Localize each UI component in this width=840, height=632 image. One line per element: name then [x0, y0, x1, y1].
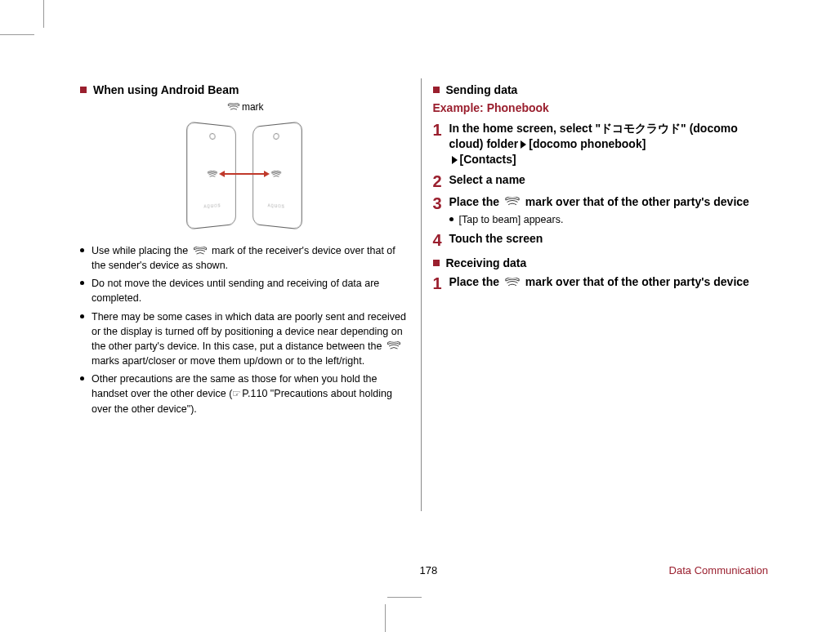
nfc-mark-icon — [227, 103, 240, 112]
nfc-mark-icon — [271, 171, 282, 179]
square-bullet-icon — [80, 87, 87, 93]
receiving-steps: 1 Place the mark over that of the other … — [433, 274, 762, 292]
nfc-mark-icon — [504, 278, 521, 288]
crop-mark — [385, 604, 386, 632]
step-1: 1 In the home screen, select "ドコモクラウド" (… — [433, 121, 762, 167]
nfc-mark-icon — [504, 197, 521, 207]
nfc-mark-icon — [193, 247, 208, 256]
list-item: [Tap to beam] appears. — [449, 213, 749, 227]
section-heading-receiving: Receiving data — [433, 256, 762, 269]
step-number: 3 — [433, 195, 449, 211]
list-item: Other precautions are the same as those … — [80, 372, 409, 416]
nfc-mark-icon — [386, 341, 401, 351]
square-bullet-icon — [433, 260, 440, 266]
precautions-list: Use while placing the mark of the receiv… — [80, 243, 409, 416]
nfc-mark-icon — [208, 171, 218, 179]
section-heading-sending: Sending data — [433, 83, 762, 96]
phone-right: AQUOS — [253, 122, 302, 230]
section-heading-android-beam: When using Android Beam — [80, 83, 409, 96]
phones-illustration: AQUOS AQUOS — [179, 114, 310, 237]
square-bullet-icon — [433, 87, 440, 93]
triangle-right-icon — [521, 140, 526, 149]
list-item: Use while placing the mark of the receiv… — [80, 243, 409, 273]
reference-icon: ☞ — [232, 387, 241, 401]
sending-steps: 1 In the home screen, select "ドコモクラウド" (… — [433, 121, 762, 248]
heading-text: Sending data — [446, 83, 518, 96]
step-1: 1 Place the mark over that of the other … — [433, 274, 762, 292]
step-number: 2 — [433, 173, 449, 189]
chapter-name: Data Communication — [669, 564, 768, 576]
heading-text: Receiving data — [446, 256, 527, 269]
step-2: 2 Select a name — [433, 172, 762, 189]
crop-mark — [43, 0, 44, 28]
column-divider — [421, 78, 422, 511]
step-number: 4 — [433, 232, 449, 248]
page-content: When using Android Beam mark AQUOS AQUO — [74, 78, 768, 559]
list-item: Do not move the devices until sending an… — [80, 276, 409, 305]
step-number: 1 — [433, 275, 449, 292]
mark-label: mark — [242, 101, 264, 113]
right-column: Sending data Example: Phonebook 1 In the… — [427, 78, 769, 511]
crop-mark — [0, 34, 34, 35]
crop-mark — [387, 597, 422, 598]
step-4: 4 Touch the screen — [433, 231, 762, 248]
step-3: 3 Place the mark over that of the other … — [433, 194, 762, 227]
example-label: Example: Phonebook — [433, 101, 762, 114]
page-footer: 178 Data Communication — [74, 564, 768, 576]
heading-text: When using Android Beam — [93, 83, 239, 96]
list-item: There may be some cases in which data ar… — [80, 309, 409, 369]
triangle-right-icon — [452, 156, 458, 164]
step-number: 1 — [433, 122, 449, 138]
double-arrow-icon — [224, 173, 265, 175]
phones-figure: mark AQUOS AQUOS — [80, 101, 409, 237]
left-column: When using Android Beam mark AQUOS AQUO — [74, 78, 416, 511]
page-number: 178 — [74, 564, 669, 576]
phone-left: AQUOS — [186, 122, 235, 230]
